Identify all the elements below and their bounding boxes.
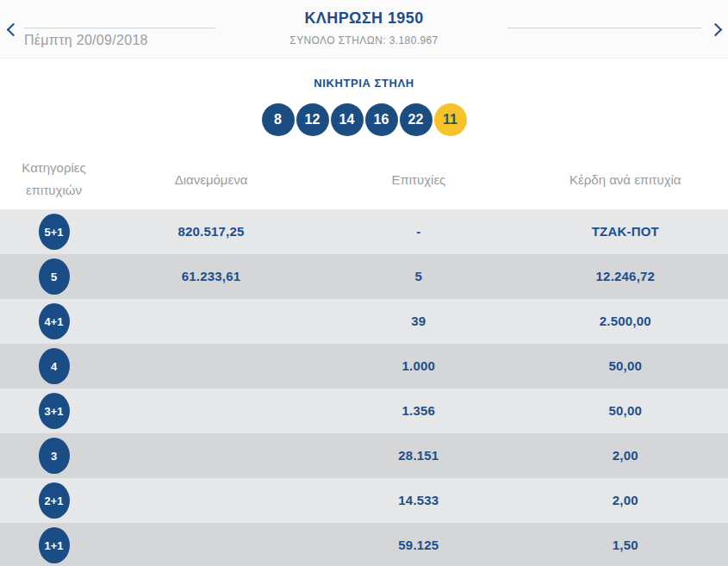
column-header-wins: Επιτυχίες <box>314 172 523 187</box>
wins-cell: 59.125 <box>314 538 523 553</box>
wins-value: 28.151 <box>398 448 439 463</box>
winning-number-ball: 22 <box>400 103 432 136</box>
winning-column-section: ΝΙΚΗΤΡΙΑ ΣΤΗΛΗ 81214162211 <box>0 59 728 137</box>
payout-cell: ΤΖΑΚ-ΠΟΤ <box>523 224 728 239</box>
payout-cell: 2.500,00 <box>523 314 728 329</box>
payout-cell: 12.246,72 <box>523 269 728 284</box>
results-table: Κατηγορίες επιτυχιών Διανεμόμενα Επιτυχί… <box>0 137 728 566</box>
payout-value: 12.246,72 <box>596 269 656 283</box>
winning-number-ball: 12 <box>296 103 329 136</box>
winning-column-title: ΝΙΚΗΤΡΙΑ ΣΤΗΛΗ <box>0 77 728 90</box>
winning-numbers: 81214162211 <box>0 103 728 137</box>
column-header-distributed: Διανεμόμενα <box>108 172 314 187</box>
category-cell: 1+1 <box>0 527 108 563</box>
table-row: 2+114.5332,00 <box>0 478 728 523</box>
table-row: 4+1392.500,00 <box>0 299 728 344</box>
payout-value: 2.500,00 <box>600 314 651 328</box>
category-badge: 5+1 <box>39 214 70 250</box>
table-row: 3+11.35650,00 <box>0 389 728 433</box>
next-draw-button[interactable] <box>704 19 726 41</box>
header-divider-right <box>507 28 701 28</box>
distributed-cell: 820.517,25 <box>108 224 314 239</box>
wins-value: 1.000 <box>402 358 436 373</box>
payout-cell: 2,00 <box>523 493 728 508</box>
payout-cell: 50,00 <box>523 403 728 419</box>
winning-number-ball: 14 <box>331 103 364 136</box>
payout-value: 2,00 <box>613 448 638 463</box>
wins-value: 39 <box>411 314 426 328</box>
table-row: 1+159.1251,50 <box>0 523 728 566</box>
category-badge: 1+1 <box>39 527 70 563</box>
payout-cell: 1,50 <box>523 538 728 553</box>
category-badge: 5 <box>39 258 70 295</box>
payout-value: 1,50 <box>613 538 638 552</box>
winning-number-ball: 8 <box>262 103 295 136</box>
category-badge: 2+1 <box>39 482 70 519</box>
table-row: 5+1820.517,25-ΤΖΑΚ-ΠΟΤ <box>0 209 728 254</box>
total-columns: ΣΥΝΟΛΟ ΣΤΗΛΩΝ: 3.180.967 <box>0 34 728 47</box>
draw-title: ΚΛΗΡΩΣΗ 1950 <box>0 9 728 28</box>
column-header-payout: Κέρδη ανά επιτυχία <box>523 172 728 187</box>
wins-cell: 39 <box>314 314 523 329</box>
wins-value: 5 <box>415 269 423 283</box>
category-badge: 4 <box>39 348 70 384</box>
category-cell: 2+1 <box>0 482 108 519</box>
payout-value: 50,00 <box>609 403 643 418</box>
category-cell: 3 <box>0 438 108 474</box>
wins-cell: 14.533 <box>314 493 523 508</box>
chevron-right-icon <box>708 22 722 36</box>
payout-value: 2,00 <box>613 493 638 507</box>
category-cell: 5 <box>0 258 108 295</box>
column-header-categories: Κατηγορίες επιτυχιών <box>0 157 108 202</box>
wins-value: 14.533 <box>398 493 439 507</box>
results-table-header: Κατηγορίες επιτυχιών Διανεμόμενα Επιτυχί… <box>0 137 728 209</box>
winning-number-ball: 16 <box>365 103 398 136</box>
payout-cell: 2,00 <box>523 448 728 463</box>
wins-cell: 1.000 <box>314 358 523 374</box>
total-columns-value: 3.180.967 <box>389 34 439 47</box>
payout-cell: 50,00 <box>523 358 728 374</box>
draw-header: Πέμπτη 20/09/2018 ΚΛΗΡΩΣΗ 1950 ΣΥΝΟΛΟ ΣΤ… <box>0 0 728 59</box>
category-cell: 4 <box>0 348 108 384</box>
table-row: 41.00050,00 <box>0 344 728 389</box>
distributed-cell: 61.233,61 <box>108 269 314 284</box>
joker-number-ball: 11 <box>434 103 467 136</box>
total-columns-label: ΣΥΝΟΛΟ ΣΤΗΛΩΝ: <box>289 34 386 47</box>
wins-value: - <box>416 224 420 239</box>
results-table-body: 5+1820.517,25-ΤΖΑΚ-ΠΟΤ561.233,61512.246,… <box>0 209 728 566</box>
wins-cell: 5 <box>314 269 523 284</box>
category-badge: 3 <box>39 438 70 474</box>
header-divider-left <box>24 28 215 28</box>
distributed-value: 820.517,25 <box>177 224 244 239</box>
category-cell: 4+1 <box>0 303 108 339</box>
category-badge: 3+1 <box>39 393 70 429</box>
payout-value: 50,00 <box>609 358 643 373</box>
category-cell: 3+1 <box>0 393 108 429</box>
category-badge: 4+1 <box>39 303 70 339</box>
wins-value: 1.356 <box>402 403 436 418</box>
wins-cell: 28.151 <box>314 448 523 463</box>
distributed-value: 61.233,61 <box>182 269 241 283</box>
payout-value: ΤΖΑΚ-ΠΟΤ <box>592 224 659 239</box>
table-row: 561.233,61512.246,72 <box>0 254 728 299</box>
wins-cell: 1.356 <box>314 403 523 419</box>
wins-cell: - <box>314 224 523 239</box>
category-cell: 5+1 <box>0 214 108 250</box>
table-row: 328.1512,00 <box>0 433 728 478</box>
wins-value: 59.125 <box>398 538 439 552</box>
